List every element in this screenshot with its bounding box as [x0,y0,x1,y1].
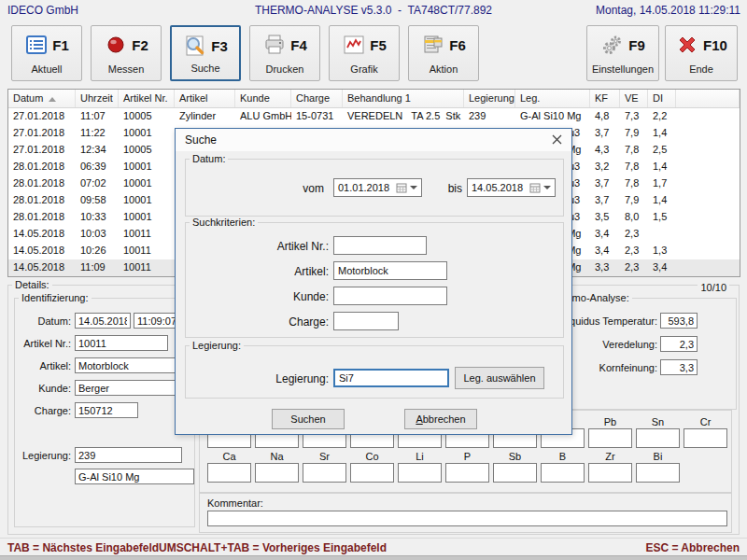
element-value-li[interactable] [398,463,442,483]
toolbar-button-aktion[interactable]: F6 Aktion [408,25,479,81]
details-legierung-name-input[interactable] [75,469,194,484]
calendar-icon [529,182,541,193]
column-header-artikel[interactable]: Artikel [175,90,235,107]
column-header-ve[interactable]: VE [620,90,648,107]
cell-datum: 27.01.2018 [8,108,76,125]
vendor-name: IDECO GmbH [7,4,78,17]
cell-uhrzeit: 11:09 [76,259,119,276]
dialog-artikel-input[interactable] [333,261,447,280]
cell-ve: 2,3 [620,243,648,259]
fkey-label: F3 [211,38,228,54]
cell-ve: 7,8 [620,159,648,175]
abbrechen-button[interactable]: Abbrechen [404,409,477,429]
cell-artikel_nr: 10001 [119,209,175,226]
kommentar-input[interactable] [207,511,727,526]
dialog-artikel-nr-label: Artikel Nr.: [207,240,329,253]
cell-artikel_nr: 10001 [119,192,175,209]
fkey-label: F10 [703,37,727,53]
element-label-ca: Ca [207,451,251,462]
element-value-cr[interactable] [684,428,727,448]
element-label-bi: Bi [636,451,680,462]
dialog-titlebar[interactable]: Suche [176,129,571,151]
cell-artikel: Zylinder [175,108,235,125]
suchen-button[interactable]: Suchen [272,409,345,429]
vom-date-value: 01.01.2018 [338,182,393,193]
toolbar-button-aktuell[interactable]: F1 Aktuell [11,25,82,81]
cell-artikel_nr: 10001 [119,175,175,192]
column-header-kunde[interactable]: Kunde [235,90,291,107]
table-row[interactable]: 27.01.201811:0710005ZylinderALU GmbH15-0… [8,108,740,125]
toolbar-button-messen[interactable]: F2 Messen [91,25,162,81]
column-header-charge[interactable]: Charge [291,90,343,107]
leg-auswaehlen-button[interactable]: Leg. auswählen [455,367,544,389]
toolbar-button-label: Aktuell [12,63,81,75]
sort-ascending-icon [49,97,56,102]
cell-kf: 3,5 [590,209,620,226]
bis-label: bis [388,182,462,195]
element-value-bi[interactable] [636,463,680,483]
magnifier-icon [183,34,207,58]
close-icon[interactable] [542,129,571,150]
details-artikel-nr-input[interactable] [75,335,168,351]
cell-di: 1,4 [648,125,676,142]
toolbar-button-label: Ende [666,63,737,75]
datum-label: Datum: [15,315,71,327]
dialog-charge-label: Charge: [207,315,329,329]
toolbar-button-einstellungen[interactable]: F9 Einstellungen [586,25,659,81]
column-header-filler [676,90,740,107]
cell-kf: 3,2 [590,159,620,175]
column-header-leg[interactable]: Leg. [515,90,590,107]
dialog-kunde-input[interactable] [333,287,447,305]
column-header-uhrzeit[interactable]: Uhrzeit [76,90,119,107]
liquidus-value-input[interactable] [660,313,698,329]
statusbar: TAB = Nächstes Eingabefeld UMSCHALT+TAB … [0,538,747,555]
cell-di [648,226,676,243]
details-charge-input[interactable] [75,402,138,418]
column-header-di[interactable]: DI [648,90,676,107]
dialog-charge-input[interactable] [333,312,399,330]
column-header-kf[interactable]: KF [590,90,620,107]
toolbar-button-suche[interactable]: F3 Suche [170,25,241,81]
cell-uhrzeit: 06:39 [76,159,119,175]
cell-artikel_nr: 10001 [119,125,175,142]
toolbar-button-ende[interactable]: F10 Ende [665,25,738,81]
veredelung-value-input[interactable] [660,336,698,352]
cell-uhrzeit: 10:03 [76,226,119,243]
kunde-label: Kunde: [15,383,71,394]
element-value-sr[interactable] [303,463,346,483]
cell-datum: 27.01.2018 [8,142,76,159]
element-value-b[interactable] [541,463,585,483]
cell-filler [676,259,740,276]
details-datum-input[interactable] [75,313,131,329]
bis-date-picker[interactable]: 14.05.2018 [467,178,556,197]
dialog-artikel-nr-input[interactable] [333,236,427,255]
element-label-sr: Sr [303,451,346,462]
element-value-p[interactable] [445,463,489,483]
cell-filler [676,125,740,142]
cell-artikel_nr: 10011 [119,259,175,276]
cell-datum: 14.05.2018 [8,259,76,276]
element-value-sn[interactable] [636,428,680,448]
element-value-na[interactable] [255,463,299,483]
element-value-pb[interactable] [588,428,632,448]
column-header-artikel_nr[interactable]: Artikel Nr. [119,90,175,107]
column-header-behandlung[interactable]: Behandlung 1 [343,90,464,107]
kornfeinung-value-input[interactable] [660,359,698,375]
element-value-sb[interactable] [493,463,537,483]
toolbar-button-grafik[interactable]: F5 Grafik [329,25,400,81]
toolbar-button-label: Drucken [250,63,319,75]
element-label-sn: Sn [636,416,680,427]
dialog-legierung-input[interactable] [333,369,449,387]
details-legierung-nr-input[interactable] [75,447,182,463]
toolbar-button-label: Suche [172,63,239,74]
element-value-ca[interactable] [207,463,251,483]
cell-leg: G-Al Si10 Mg [515,108,590,125]
artikel-nr-label: Artikel Nr.: [15,338,71,349]
column-header-datum[interactable]: Datum [8,90,76,107]
element-value-zr[interactable] [588,463,632,483]
cell-datum: 14.05.2018 [8,243,76,259]
element-value-co[interactable] [350,463,394,483]
red-x-icon [675,33,699,57]
toolbar-button-drucken[interactable]: F4 Drucken [249,25,320,81]
column-header-legierung[interactable]: Legierung [464,90,515,107]
